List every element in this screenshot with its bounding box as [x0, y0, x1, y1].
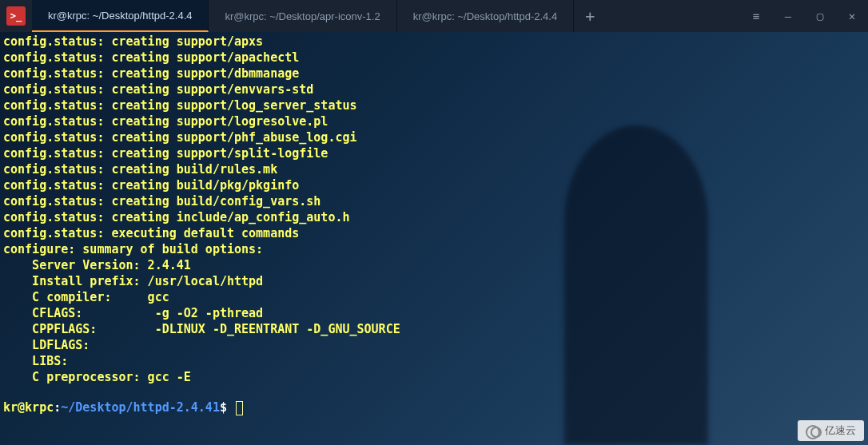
prompt-user: kr: [3, 400, 18, 415]
output-line: config.status: creating include/ap_confi…: [3, 209, 865, 225]
tab-bar: kr@krpc: ~/Desktop/httpd-2.4.4 kr@krpc: …: [32, 0, 740, 32]
tab-label: kr@krpc: ~/Desktop/httpd-2.4.4: [48, 10, 192, 22]
menu-icon: ≡: [753, 10, 759, 22]
tab-2[interactable]: kr@krpc: ~/Desktop/httpd-2.4.4: [397, 0, 574, 32]
output-line: config.status: creating support/split-lo…: [3, 145, 865, 161]
output-line: configure: summary of build options:: [3, 241, 865, 257]
cursor: [236, 401, 243, 415]
window-controls: ≡ — ▢ ✕: [740, 0, 868, 32]
output-line: C preprocessor: gcc -E: [3, 369, 865, 385]
tab-add-button[interactable]: +: [574, 0, 606, 32]
tab-1[interactable]: kr@krpc: ~/Desktop/apr-iconv-1.2: [209, 0, 396, 32]
output-line: config.status: creating support/apachect…: [3, 50, 865, 66]
close-icon: ✕: [849, 10, 855, 22]
output-line: config.status: creating support/log_serv…: [3, 97, 865, 113]
tab-label: kr@krpc: ~/Desktop/apr-iconv-1.2: [225, 10, 380, 22]
output-line: config.status: creating support/envvars-…: [3, 81, 865, 97]
prompt-colon: :: [54, 400, 61, 415]
output-line: CPPFLAGS: -DLINUX -D_REENTRANT -D_GNU_SO…: [3, 321, 865, 337]
output-line: config.status: executing default command…: [3, 225, 865, 241]
prompt-line[interactable]: kr@krpc:~/Desktop/httpd-2.4.41$: [3, 399, 865, 415]
minimize-button[interactable]: —: [772, 0, 804, 32]
plus-icon: +: [585, 6, 595, 26]
close-button[interactable]: ✕: [836, 0, 868, 32]
tab-label: kr@krpc: ~/Desktop/httpd-2.4.4: [413, 10, 557, 22]
output-line: C compiler: gcc: [3, 289, 865, 305]
output-line: config.status: creating build/config_var…: [3, 193, 865, 209]
prompt-dollar: $: [220, 400, 234, 415]
output-line: Server Version: 2.4.41: [3, 257, 865, 273]
watermark-text: 亿速云: [825, 423, 856, 438]
minimize-icon: —: [785, 10, 791, 22]
output-line: CFLAGS: -g -O2 -pthread: [3, 305, 865, 321]
output-line: config.status: creating support/phf_abus…: [3, 129, 865, 145]
output-line: Install prefix: /usr/local/httpd: [3, 273, 865, 289]
watermark: 亿速云: [798, 420, 864, 441]
tab-0[interactable]: kr@krpc: ~/Desktop/httpd-2.4.4: [32, 0, 209, 32]
prompt-host: krpc: [25, 400, 54, 415]
prompt-at: @: [18, 400, 25, 415]
output-line: config.status: creating build/pkg/pkginf…: [3, 177, 865, 193]
terminal-content[interactable]: config.status: creating support/apxs con…: [0, 32, 868, 417]
app-icon[interactable]: >_: [0, 0, 32, 32]
output-line: config.status: creating support/logresol…: [3, 113, 865, 129]
output-line: config.status: creating support/apxs: [3, 34, 865, 50]
menu-button[interactable]: ≡: [740, 0, 772, 32]
terminal-icon: >_: [6, 6, 26, 26]
maximize-button[interactable]: ▢: [804, 0, 836, 32]
output-line: LDFLAGS:: [3, 337, 865, 353]
output-line: config.status: creating support/dbmmanag…: [3, 66, 865, 81]
maximize-icon: ▢: [817, 10, 823, 22]
prompt-path: ~/Desktop/httpd-2.4.41: [61, 400, 220, 415]
output-line: config.status: creating build/rules.mk: [3, 161, 865, 177]
output-line: LIBS:: [3, 353, 865, 369]
watermark-icon: [806, 425, 822, 436]
titlebar: >_ kr@krpc: ~/Desktop/httpd-2.4.4 kr@krp…: [0, 0, 868, 32]
